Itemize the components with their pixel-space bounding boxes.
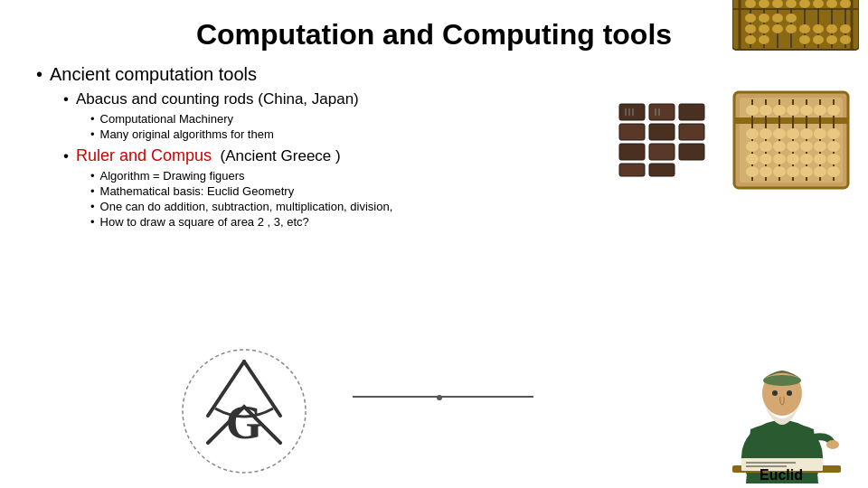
bullet-square-area: • How to draw a square of area 2 , 3, et… xyxy=(90,215,832,229)
one-can-do-text: One can do addition, subtraction, multip… xyxy=(100,200,393,213)
abacus-top-image xyxy=(732,0,859,54)
svg-point-31 xyxy=(840,24,851,33)
svg-point-106 xyxy=(772,390,778,396)
svg-point-26 xyxy=(772,24,783,33)
ruler-line-dot xyxy=(437,395,442,400)
bullet-math-basis: • Mathematical basis: Euclid Geometry xyxy=(90,184,832,198)
slide-title: Computation and Computing tools xyxy=(36,18,832,52)
bullet-dot-4d: • xyxy=(90,215,95,229)
algorithm-drawing-text: Algorithm = Drawing figuers xyxy=(100,169,245,183)
ruler-compus-text: Ruler and Compus xyxy=(76,146,212,165)
bullet-dot-4c: • xyxy=(90,200,95,213)
ancient-greece-text: (Ancient Greece ) xyxy=(212,147,341,165)
bullet-algorithm-drawing: • Algorithm = Drawing figuers xyxy=(90,169,832,183)
bullet-dot-1: • xyxy=(36,64,42,85)
euclid-image xyxy=(723,339,841,483)
bullet-ancient-tools: • Ancient computation tools xyxy=(36,64,832,85)
bullet-dot-2: • xyxy=(63,90,69,108)
bullet-one-can-do: • One can do addition, subtraction, mult… xyxy=(90,200,832,213)
bullet-dot-3b: • xyxy=(90,127,95,141)
abacus-text: Abacus and counting rods (China, Japan) xyxy=(76,90,359,108)
svg-point-35 xyxy=(813,35,824,44)
svg-point-25 xyxy=(759,24,769,33)
math-basis-text: Mathematical basis: Euclid Geometry xyxy=(100,184,295,198)
svg-point-36 xyxy=(826,35,837,44)
bullet-dot-4a: • xyxy=(90,169,95,183)
freemason-symbol-image: G xyxy=(181,343,307,479)
bullet-dot-3a: • xyxy=(90,112,95,126)
euclid-label: Euclid xyxy=(760,467,803,483)
svg-point-30 xyxy=(826,24,837,33)
ancient-tools-text: Ancient computation tools xyxy=(50,64,257,85)
svg-point-33 xyxy=(759,35,769,44)
square-area-text: How to draw a square of area 2 , 3, etc? xyxy=(100,215,309,229)
bullet-dot-ruler: • xyxy=(63,147,69,165)
svg-point-107 xyxy=(787,390,792,396)
svg-point-20 xyxy=(745,14,756,23)
algorithms-text: Many original algorithms for them xyxy=(100,127,274,141)
bullet-abacus: • Abacus and counting rods (China, Japan… xyxy=(63,90,832,108)
svg-point-29 xyxy=(813,24,824,33)
svg-point-23 xyxy=(786,14,797,23)
bullet-algorithms: • Many original algorithms for them xyxy=(90,127,832,141)
svg-point-105 xyxy=(763,375,801,386)
svg-point-22 xyxy=(772,14,783,23)
content-area: • Ancient computation tools • Abacus and… xyxy=(36,64,832,229)
svg-point-24 xyxy=(745,24,756,33)
comp-machinery-text: Computational Machinery xyxy=(100,112,233,126)
svg-point-27 xyxy=(786,24,797,33)
svg-point-32 xyxy=(745,35,756,44)
svg-point-108 xyxy=(826,440,839,449)
svg-point-28 xyxy=(799,24,810,33)
svg-text:G: G xyxy=(226,397,262,448)
svg-point-21 xyxy=(759,14,769,23)
bullet-comp-machinery: • Computational Machinery xyxy=(90,112,832,126)
slide: Computation and Computing tools xyxy=(0,0,868,488)
bullet-ruler-compus: • Ruler and Compus (Ancient Greece ) xyxy=(63,146,832,165)
bullet-dot-4b: • xyxy=(90,184,95,198)
ruler-line xyxy=(353,396,533,398)
svg-point-34 xyxy=(799,35,810,44)
svg-point-37 xyxy=(840,35,851,44)
